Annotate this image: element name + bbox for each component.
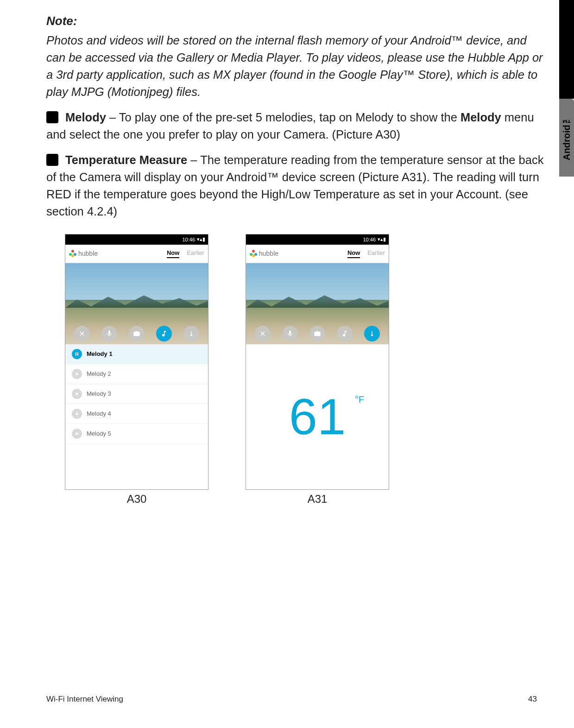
melody-label: Melody 4: [87, 410, 111, 417]
temperature-panel: 61 °F: [246, 344, 389, 489]
note-paragraph: Photos and videos will be stored on the …: [46, 32, 547, 101]
melody-item-4[interactable]: Melody 4: [65, 404, 208, 424]
tab-earlier[interactable]: Earlier: [367, 249, 385, 258]
side-tab-android: Android™: [559, 99, 574, 177]
android-status-bar: 10:46 ▾▴▮: [246, 234, 389, 245]
melody-body-before: To play one of the pre-set 5 melodies, t…: [119, 111, 460, 124]
phone-screenshot-a30: 10:46 ▾▴▮ hubble Now Earlier: [65, 234, 208, 490]
top-black-bar: [559, 0, 574, 99]
action-row: [65, 326, 208, 342]
close-action-icon[interactable]: [255, 326, 271, 342]
melody-label: Melody 1: [87, 350, 113, 357]
signal-icon: ▾▴▮: [378, 236, 386, 242]
figure-a31: 10:46 ▾▴▮ hubble Now Earlier: [246, 234, 389, 506]
melody-label: Melody 2: [87, 370, 111, 377]
melody-action-icon[interactable]: [337, 326, 353, 342]
app-header: hubble Now Earlier: [246, 245, 389, 263]
temperature-action-icon[interactable]: [364, 326, 380, 342]
play-icon: [72, 369, 82, 379]
hubble-logo: hubble: [250, 250, 278, 257]
phone-screenshot-a31: 10:46 ▾▴▮ hubble Now Earlier: [246, 234, 389, 490]
page-body: Note: Photos and videos will be stored o…: [46, 14, 547, 506]
temperature-unit: °F: [355, 395, 364, 404]
pause-icon: [72, 349, 82, 359]
app-header: hubble Now Earlier: [65, 245, 208, 263]
android-status-bar: 10:46 ▾▴▮: [65, 234, 208, 245]
temperature-title: Temperature Measure: [65, 153, 187, 166]
melody-item-1[interactable]: Melody 1: [65, 344, 208, 364]
temperature-action-icon[interactable]: [183, 326, 199, 342]
play-icon: [72, 429, 82, 439]
melody-dash: –: [106, 111, 119, 124]
scene-silhouette: [246, 294, 389, 308]
scene-silhouette: [65, 294, 208, 308]
temperature-dash: –: [187, 153, 200, 166]
melody-item-2[interactable]: Melody 2: [65, 364, 208, 384]
close-action-icon[interactable]: [74, 326, 90, 342]
footer-page-number: 43: [528, 695, 537, 704]
status-time: 10:46: [363, 237, 376, 242]
figure-caption-a30: A30: [127, 493, 147, 506]
figure-a30: 10:46 ▾▴▮ hubble Now Earlier: [65, 234, 208, 506]
figures-row: 10:46 ▾▴▮ hubble Now Earlier: [65, 234, 547, 506]
thermometer-icon: [46, 154, 58, 166]
melody-list: Melody 1 Melody 2 Melody 3 Melody 4: [65, 344, 208, 489]
play-icon: [72, 409, 82, 419]
mic-action-icon[interactable]: [101, 326, 117, 342]
app-name-label: hubble: [259, 250, 278, 257]
temperature-number: 61: [289, 388, 346, 445]
melody-action-icon[interactable]: [156, 326, 172, 342]
hubble-dots-icon: [69, 250, 76, 257]
camera-live-view: [65, 263, 208, 344]
action-row: [246, 326, 389, 342]
app-name-label: hubble: [78, 250, 98, 257]
camera-live-view: [246, 263, 389, 344]
melody-bold-word: Melody: [460, 111, 501, 124]
footer-left: Wi-Fi Internet Viewing: [46, 695, 123, 704]
figure-caption-a31: A31: [308, 493, 328, 506]
melody-item-5[interactable]: Melody 5: [65, 424, 208, 444]
tab-now[interactable]: Now: [347, 249, 360, 258]
melody-icon: [46, 111, 58, 123]
status-time: 10:46: [182, 237, 195, 242]
tab-earlier[interactable]: Earlier: [187, 249, 204, 258]
hubble-dots-icon: [250, 250, 257, 257]
header-tabs: Now Earlier: [347, 249, 385, 258]
melody-item-3[interactable]: Melody 3: [65, 384, 208, 404]
temperature-value: 61 °F: [289, 391, 346, 442]
signal-icon: ▾▴▮: [197, 236, 205, 242]
melody-title: Melody: [65, 111, 106, 124]
mic-action-icon[interactable]: [282, 326, 298, 342]
camera-action-icon[interactable]: [129, 326, 145, 342]
melody-label: Melody 3: [87, 390, 111, 397]
page-footer: Wi-Fi Internet Viewing 43: [46, 695, 537, 704]
melody-label: Melody 5: [87, 430, 111, 437]
melody-paragraph: Melody – To play one of the pre-set 5 me…: [46, 109, 547, 143]
camera-action-icon[interactable]: [309, 326, 325, 342]
temperature-paragraph: Temperature Measure – The temperature re…: [46, 152, 547, 220]
tab-now[interactable]: Now: [167, 249, 179, 258]
note-heading: Note:: [46, 14, 547, 28]
header-tabs: Now Earlier: [167, 249, 204, 258]
hubble-logo: hubble: [69, 250, 98, 257]
play-icon: [72, 389, 82, 399]
